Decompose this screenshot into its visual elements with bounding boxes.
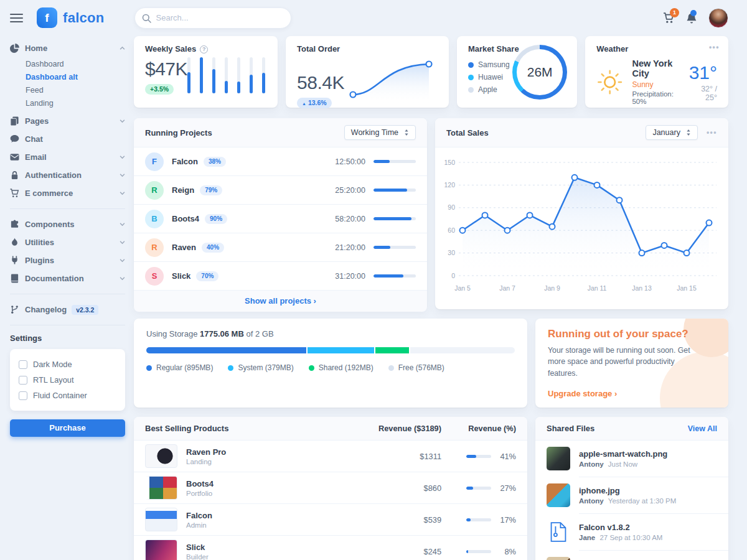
sidebar-item-chat[interactable]: Chat [10,130,125,148]
svg-text:Jan 11: Jan 11 [588,284,607,292]
sidebar-item-plugins[interactable]: Plugins [10,251,125,269]
project-name[interactable]: Slick [172,271,190,281]
file-thumbnail [547,557,570,560]
legend-dot [468,87,474,93]
legend-dot [309,365,314,371]
project-name[interactable]: Raven [172,243,196,252]
file-time: Just Now [608,460,637,468]
weather-temp: 31° [689,62,717,83]
project-name[interactable]: Reign [172,185,194,195]
product-revenue-pct: 8% [497,547,516,556]
weekly-sales-value: $47K [145,58,187,80]
product-revenue-bar [466,550,491,553]
weather-condition: Sunny [632,80,680,89]
file-name[interactable]: iphone.jpg [579,486,676,495]
code-branch-icon [10,305,25,314]
product-thumbnail [145,444,177,468]
search [134,7,291,29]
fluid-container-option[interactable]: Fluid Container [19,388,116,403]
project-progress-bar [374,246,416,249]
svg-text:Jan 5: Jan 5 [454,284,471,292]
sort-arrows-icon [404,129,409,136]
chevron-down-icon [120,240,125,245]
sidebar-item-email[interactable]: Email [10,148,125,166]
sidebar-item-ecommerce[interactable]: E commerce [10,184,125,202]
product-revenue-bar [466,455,491,458]
sidebar-item-components[interactable]: Components [10,215,125,233]
project-avatar: R [145,238,164,257]
chart-pie-icon [10,44,25,53]
chevron-up-icon [120,45,125,51]
sidebar: Home Dashboard Dashboard alt Feed Landin… [0,35,134,437]
legend-dot [388,365,394,371]
storage-segment-regular [146,347,308,353]
month-select[interactable]: January [646,125,697,140]
product-name[interactable]: Falcon [186,511,348,520]
project-avatar: F [145,152,164,171]
dark-mode-label: Dark Mode [33,360,72,369]
fluid-container-checkbox[interactable] [19,391,27,400]
sidebar-item-feed[interactable]: Feed [26,84,125,97]
product-name[interactable]: Boots4 [186,479,348,488]
weather-card: Weather ••• New York City Sunny Precipit… [585,36,728,108]
file-name[interactable]: apple-smart-watch.png [579,449,667,459]
sidebar-item-label: Documentation [25,274,120,283]
brand-logo[interactable]: f falcon [37,7,105,28]
sidebar-item-label: Utilities [25,238,120,247]
view-all-link[interactable]: View All [688,424,717,433]
sidebar-item-label: E commerce [25,189,120,198]
user-avatar[interactable] [708,8,728,28]
search-input[interactable] [134,7,291,29]
rtl-layout-checkbox[interactable] [19,376,27,385]
sidebar-item-changelog[interactable]: Changelog v2.3.2 [10,301,125,319]
legend-dot [468,75,474,80]
cart-button[interactable]: 1 [663,12,675,24]
file-name[interactable]: Falcon v1.8.2 [579,523,662,532]
project-time: 21:20:00 [335,243,365,252]
sidebar-item-dashboard[interactable]: Dashboard [26,58,125,71]
chevron-down-icon [120,258,125,263]
sidebar-item-home[interactable]: Home [10,39,125,57]
dark-mode-checkbox[interactable] [19,360,27,369]
chevron-down-icon [120,276,125,281]
project-name[interactable]: Falcon [172,157,198,166]
product-row: Boots4 Portfolio $860 27% [134,472,527,504]
sidebar-item-authentication[interactable]: Authentication [10,166,125,184]
project-progress-bar [374,160,416,163]
file-author: Antony [579,460,604,468]
file-author: Jane [579,534,595,541]
sidebar-item-pages[interactable]: Pages [10,112,125,130]
total-sales-card: Total Sales January ••• [435,118,728,309]
hamburger-menu-icon[interactable] [10,11,23,25]
project-name[interactable]: Boots4 [172,214,199,223]
rtl-layout-option[interactable]: RTL Layout [19,372,116,388]
product-name[interactable]: Slick [186,543,348,552]
show-all-projects-link[interactable]: Show all projects › [245,296,316,306]
upgrade-storage-link[interactable]: Upgrade storage › [548,389,617,398]
product-category: Landing [186,458,348,465]
notifications-button[interactable] [686,12,697,24]
working-time-select[interactable]: Working Time [344,125,416,140]
market-share-donut-chart: 26M [512,45,567,100]
dark-mode-option[interactable]: Dark Mode [19,357,116,372]
sidebar-divider [10,294,125,294]
ellipsis-menu-icon[interactable]: ••• [707,128,717,137]
product-name[interactable]: Raven Pro [186,447,348,457]
sidebar-item-dashboard-alt[interactable]: Dashboard alt [26,71,125,84]
project-time: 25:20:00 [335,186,365,195]
project-row: S Slick 70% 31:20:00 [134,262,427,291]
revenue-column-header: Revenue ($3189) [348,424,441,433]
sidebar-item-documentation[interactable]: Documentation [10,269,125,287]
product-row: Falcon Admin $539 17% [134,504,527,536]
sidebar-item-utilities[interactable]: Utilities [10,233,125,251]
sidebar-divider [10,325,125,325]
help-icon[interactable]: ? [200,45,208,54]
puzzle-icon [10,220,25,229]
project-row: F Falcon 38% 12:50:00 [134,147,427,176]
fluid-container-label: Fluid Container [33,391,87,400]
shared-files-card: Shared Files View All apple-smart-watch.… [535,417,728,560]
cart-icon [10,189,25,198]
ellipsis-menu-icon[interactable]: ••• [709,43,720,52]
purchase-button[interactable]: Purchase [10,419,125,437]
sidebar-item-landing[interactable]: Landing [26,97,125,110]
